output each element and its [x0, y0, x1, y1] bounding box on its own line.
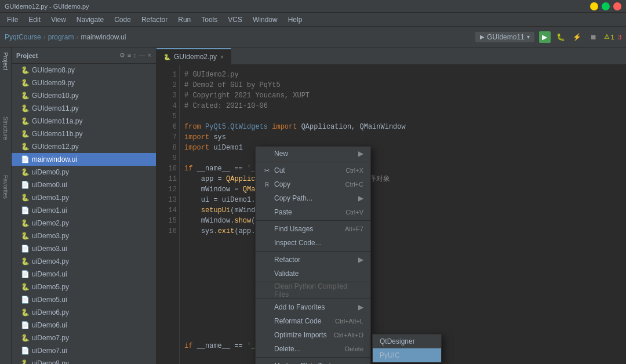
run-config[interactable]: ▶ GUIdemo11 ▾: [475, 32, 534, 42]
menu-run[interactable]: Run: [173, 14, 195, 25]
ctx-add-favorites[interactable]: Add to Favorites ▶: [256, 300, 370, 314]
pyuic-label: PyUIC: [380, 351, 400, 359]
file-item-guidemo12[interactable]: 🐍 GUIdemo12.py: [12, 140, 156, 153]
file-item-uidemo1ui[interactable]: 📄 uiDemo1.ui: [12, 204, 156, 217]
copy-icon: ⎘: [263, 181, 271, 188]
menu-edit[interactable]: Edit: [24, 14, 45, 25]
file-item-uidemo2[interactable]: 🐍 uiDemo2.py: [12, 217, 156, 230]
panel-title: Project: [16, 52, 38, 59]
panel-layout-btn[interactable]: ≡: [128, 52, 131, 59]
ctx-find-usages[interactable]: Find Usages Alt+F7: [256, 222, 370, 236]
menu-view[interactable]: View: [46, 14, 71, 25]
panel-sort-btn[interactable]: ↕: [133, 52, 137, 59]
file-item-guidemo11b[interactable]: 🐍 GUIdemo11b.py: [12, 128, 156, 140]
new-arrow: ▶: [358, 150, 363, 158]
file-item-guidemo9[interactable]: 🐍 GUIdemo9.py: [12, 77, 156, 89]
breadcrumb-file[interactable]: mainwindow.ui: [81, 33, 126, 41]
file-item-uidemo4[interactable]: 🐍 uiDemo4.py: [12, 255, 156, 268]
ctx-refactor[interactable]: Refactor ▶: [256, 253, 370, 267]
stop-button[interactable]: ⏹: [588, 31, 599, 43]
file-item-uidemo3[interactable]: 🐍 uiDemo3.py: [12, 230, 156, 242]
menu-vcs[interactable]: VCS: [223, 14, 247, 25]
py-icon: 🐍: [21, 117, 30, 125]
ctx-delete[interactable]: Delete... Delete: [256, 342, 370, 356]
file-item-uidemo4ui[interactable]: 📄 uiDemo4.ui: [12, 268, 156, 281]
py-icon: 🐍: [21, 308, 30, 316]
py-icon: 🐍: [21, 130, 30, 138]
tab-guidemo2[interactable]: 🐍 GUIdemo2.py ×: [156, 48, 231, 64]
py-icon: 🐍: [21, 168, 30, 176]
file-item-uidemo5[interactable]: 🐍 uiDemo5.py: [12, 281, 156, 293]
file-item-mainwindow-ui[interactable]: 📄 mainwindow.ui: [12, 153, 156, 166]
ctx-cut[interactable]: ✂Cut Ctrl+X: [256, 163, 370, 177]
menu-code[interactable]: Code: [110, 14, 136, 25]
code-editor[interactable]: # GUIdemo2.py # Demo2 of GUI by PqYt5 # …: [180, 65, 626, 364]
submenu-pyuic[interactable]: PyUIC: [373, 348, 441, 362]
file-item-uidemo6ui[interactable]: 📄 uiDemo6.ui: [12, 319, 156, 332]
panel-collapse-btn[interactable]: —: [139, 52, 145, 59]
menu-refactor[interactable]: Refactor: [137, 14, 172, 25]
file-item-uidemo7ui[interactable]: 📄 uiDemo7.ui: [12, 344, 156, 357]
file-item-uidemo0[interactable]: 🐍 uiDemo0.py: [12, 166, 156, 179]
sidebar-tab-structure[interactable]: Structure: [2, 117, 9, 140]
ctx-optimize[interactable]: Optimize Imports Ctrl+Alt+O: [256, 328, 370, 342]
py-icon: 🐍: [21, 79, 30, 87]
run-button[interactable]: ▶: [539, 31, 551, 43]
maximize-button[interactable]: [602, 2, 610, 10]
panel-settings-btn[interactable]: ⚙: [119, 52, 125, 59]
ctx-mark-plain[interactable]: Mark as Plain Text: [256, 359, 370, 364]
file-item-uidemo6[interactable]: 🐍 uiDemo6.py: [12, 306, 156, 319]
file-item-guidemo10[interactable]: 🐍 GUIdemo10.py: [12, 89, 156, 102]
menu-navigate[interactable]: Navigate: [72, 14, 108, 25]
submenu-qtdesigner[interactable]: QtDesigner: [373, 334, 441, 348]
sidebar-tab-project[interactable]: Project: [2, 52, 9, 70]
ctx-copy[interactable]: ⎘Copy Ctrl+C: [256, 177, 370, 191]
ctx-validate[interactable]: Validate: [256, 267, 370, 281]
close-button[interactable]: [613, 2, 621, 10]
menu-bar: File Edit View Navigate Code Refactor Ru…: [0, 13, 626, 27]
file-item-guidemo8[interactable]: 🐍 GUIdemo8.py: [12, 64, 156, 77]
external-tools-submenu: QtDesigner PyUIC: [372, 334, 442, 363]
menu-window[interactable]: Window: [248, 14, 282, 25]
ctx-sep1: [256, 162, 370, 162]
sidebar-tab-favorites[interactable]: Favorites: [2, 175, 9, 199]
window-title: GUIdemo12.py - GUIdemo.py: [5, 3, 89, 10]
menu-tools[interactable]: Tools: [196, 14, 222, 25]
file-item-uidemo5ui[interactable]: 📄 uiDemo5.ui: [12, 293, 156, 306]
debug-button[interactable]: 🐛: [555, 31, 567, 43]
breadcrumb-course[interactable]: PyqtCourse: [5, 33, 41, 41]
ctx-clean[interactable]: Clean Python Compiled Files: [256, 283, 370, 297]
ctx-copy-path[interactable]: Copy Path... ▶: [256, 191, 370, 205]
error-count: 3: [618, 34, 621, 41]
favorites-arrow: ▶: [358, 303, 363, 311]
file-item-uidemo3ui[interactable]: 📄 uiDemo3.ui: [12, 242, 156, 255]
ctx-inspect[interactable]: Inspect Code...: [256, 236, 370, 250]
minimize-button[interactable]: [590, 2, 598, 10]
title-bar: GUIdemo12.py - GUIdemo.py: [0, 0, 626, 13]
panel-close-btn[interactable]: ×: [148, 52, 151, 59]
ui-icon: 📄: [21, 321, 30, 329]
warning-count: 1: [611, 34, 614, 41]
file-item-guidemo11a[interactable]: 🐍 GUIdemo11a.py: [12, 115, 156, 128]
coverage-button[interactable]: ⚡: [572, 31, 583, 43]
menu-file[interactable]: File: [2, 14, 23, 25]
ctx-new[interactable]: New ▶: [256, 147, 370, 161]
file-item-uidemo8[interactable]: 🐍 uiDemo8.py: [12, 357, 156, 364]
file-item-guidemo11[interactable]: 🐍 GUIdemo11.py: [12, 102, 156, 115]
ctx-reformat[interactable]: Reformat Code Ctrl+Alt+L: [256, 314, 370, 328]
file-item-uidemo0ui[interactable]: 📄 uiDemo0.ui: [12, 179, 156, 191]
line-numbers: 12345 678910 111213141516: [156, 65, 180, 364]
file-item-uidemo7[interactable]: 🐍 uiDemo7.py: [12, 332, 156, 344]
breadcrumb-program[interactable]: program: [48, 33, 74, 41]
breadcrumb-sep1: ›: [43, 33, 46, 41]
ctx-sep6: [256, 357, 370, 358]
py-icon: 🐍: [21, 219, 30, 227]
tab-close-btn[interactable]: ×: [220, 54, 224, 60]
file-item-uidemo1[interactable]: 🐍 uiDemo1.py: [12, 191, 156, 204]
menu-help[interactable]: Help: [283, 14, 307, 25]
ui-icon: 📄: [21, 270, 30, 278]
file-tree: 🐍 GUIdemo8.py 🐍 GUIdemo9.py 🐍 GUIdemo10.…: [12, 64, 156, 364]
ctx-paste[interactable]: Paste Ctrl+V: [256, 205, 370, 219]
run-config-name: GUIdemo11: [487, 33, 525, 41]
main-content: Project Structure Favorites Project ⚙ ≡ …: [0, 48, 626, 364]
